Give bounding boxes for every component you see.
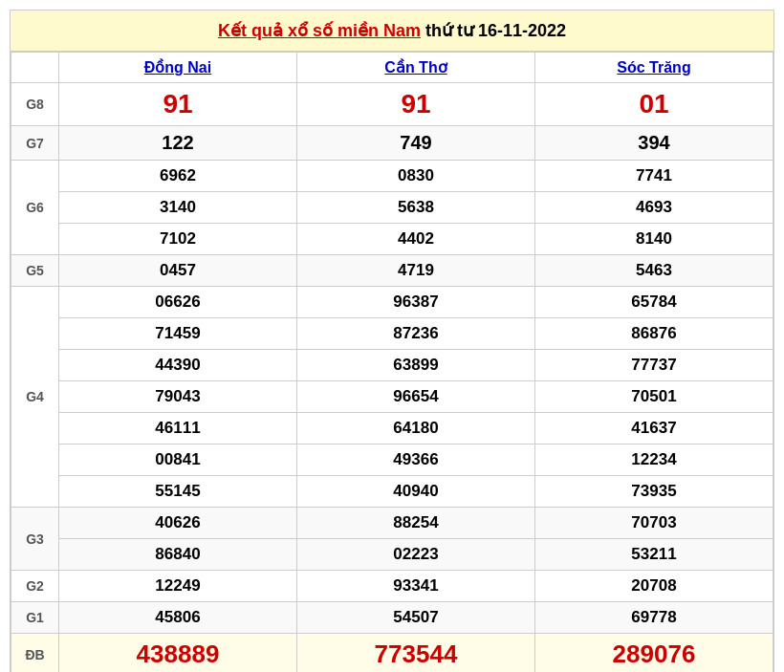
g6-r2-c1: 3140 bbox=[59, 192, 297, 224]
g6-r3-c2: 4402 bbox=[297, 224, 535, 255]
g4-r6-c3: 12234 bbox=[535, 444, 773, 476]
g8-c3: 01 bbox=[535, 83, 773, 126]
g4-r2-c2: 87236 bbox=[297, 318, 535, 350]
g5-label: G5 bbox=[11, 255, 59, 287]
g3-r2-c3: 53211 bbox=[535, 539, 773, 571]
g3-label: G3 bbox=[11, 508, 59, 571]
g4-r4-c3: 70501 bbox=[535, 381, 773, 413]
col-header-socTrang[interactable]: Sóc Trăng bbox=[535, 53, 773, 83]
g2-label: G2 bbox=[11, 571, 59, 602]
g4-r1-c3: 65784 bbox=[535, 287, 773, 318]
g5-c3: 5463 bbox=[535, 255, 773, 287]
g2-c1: 12249 bbox=[59, 571, 297, 602]
col-header-dongnai[interactable]: Đồng Nai bbox=[59, 53, 297, 83]
g4-r7-c2: 40940 bbox=[297, 476, 535, 508]
g4-r7-c3: 73935 bbox=[535, 476, 773, 508]
g6-r1-c3: 7741 bbox=[535, 161, 773, 192]
g8-label: G8 bbox=[11, 83, 59, 126]
g4-r4-c1: 79043 bbox=[59, 381, 297, 413]
g7-c3: 394 bbox=[535, 126, 773, 161]
db-c1: 438889 bbox=[59, 634, 297, 673]
g4-r6-c1: 00841 bbox=[59, 444, 297, 476]
page-title: Kết quả xổ số miền Nam thứ tư 16-11-2022 bbox=[11, 11, 773, 52]
g4-r2-c3: 86876 bbox=[535, 318, 773, 350]
g4-r3-c1: 44390 bbox=[59, 350, 297, 381]
g4-r7-c1: 55145 bbox=[59, 476, 297, 508]
g6-r2-c2: 5638 bbox=[297, 192, 535, 224]
g4-r3-c3: 77737 bbox=[535, 350, 773, 381]
g3-r2-c2: 02223 bbox=[297, 539, 535, 571]
g7-label: G7 bbox=[11, 126, 59, 161]
g4-r1-c2: 96387 bbox=[297, 287, 535, 318]
db-c2: 773544 bbox=[297, 634, 535, 673]
g2-c3: 20708 bbox=[535, 571, 773, 602]
g6-r2-c3: 4693 bbox=[535, 192, 773, 224]
g7-c1: 122 bbox=[59, 126, 297, 161]
g7-c2: 749 bbox=[297, 126, 535, 161]
g6-r3-c3: 8140 bbox=[535, 224, 773, 255]
db-label: ĐB bbox=[11, 634, 59, 673]
g3-r1-c3: 70703 bbox=[535, 508, 773, 539]
g4-r5-c2: 64180 bbox=[297, 413, 535, 444]
g8-c1: 91 bbox=[59, 83, 297, 126]
g4-r4-c2: 96654 bbox=[297, 381, 535, 413]
g5-c2: 4719 bbox=[297, 255, 535, 287]
empty-header-cell bbox=[11, 53, 59, 83]
g4-r6-c2: 49366 bbox=[297, 444, 535, 476]
g5-c1: 0457 bbox=[59, 255, 297, 287]
g6-r1-c2: 0830 bbox=[297, 161, 535, 192]
g1-c2: 54507 bbox=[297, 602, 535, 634]
col-header-cantho[interactable]: Cần Thơ bbox=[297, 53, 535, 83]
g8-c2: 91 bbox=[297, 83, 535, 126]
g4-r1-c1: 06626 bbox=[59, 287, 297, 318]
g4-r5-c3: 41637 bbox=[535, 413, 773, 444]
g4-r3-c2: 63899 bbox=[297, 350, 535, 381]
g4-r5-c1: 46111 bbox=[59, 413, 297, 444]
g2-c2: 93341 bbox=[297, 571, 535, 602]
g6-r3-c1: 7102 bbox=[59, 224, 297, 255]
g1-label: G1 bbox=[11, 602, 59, 634]
g4-label: G4 bbox=[11, 287, 59, 508]
db-c3: 289076 bbox=[535, 634, 773, 673]
g6-label: G6 bbox=[11, 161, 59, 255]
g4-r2-c1: 71459 bbox=[59, 318, 297, 350]
g3-r1-c2: 88254 bbox=[297, 508, 535, 539]
g3-r1-c1: 40626 bbox=[59, 508, 297, 539]
g3-r2-c1: 86840 bbox=[59, 539, 297, 571]
g1-c3: 69778 bbox=[535, 602, 773, 634]
g6-r1-c1: 6962 bbox=[59, 161, 297, 192]
g1-c1: 45806 bbox=[59, 602, 297, 634]
